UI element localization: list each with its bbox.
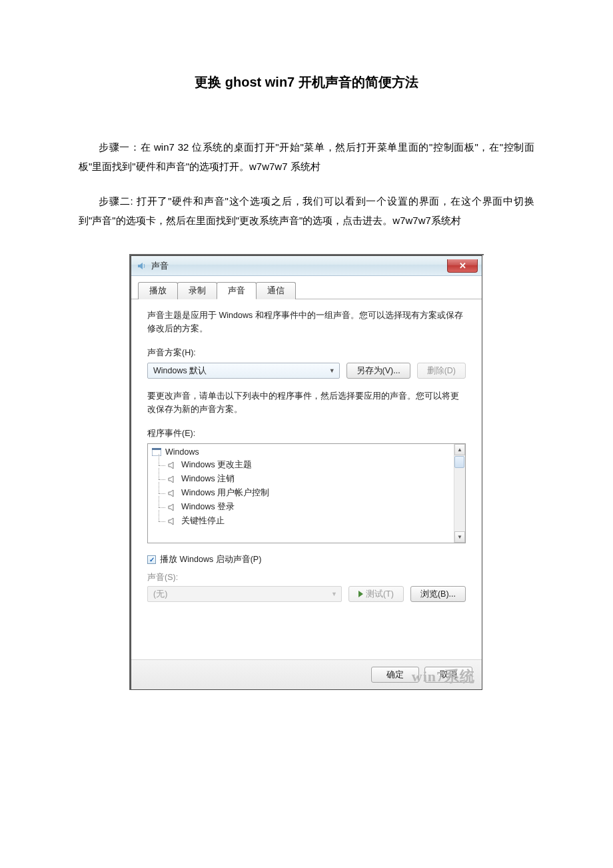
- close-button[interactable]: ✕: [447, 259, 478, 273]
- speaker-icon: [137, 261, 147, 271]
- scheme-select[interactable]: Windows 默认 ▼: [147, 363, 340, 379]
- list-item[interactable]: Windows 更改主题: [151, 458, 462, 472]
- scheme-select-value: Windows 默认: [153, 365, 207, 377]
- browse-button[interactable]: 浏览(B)...: [410, 586, 466, 602]
- paragraph-2: 步骤二: 打开了"硬件和声音"这个选项之后，我们可以看到一个设置的界面，在这个界…: [79, 192, 534, 230]
- scroll-down-button[interactable]: ▼: [454, 531, 465, 543]
- tab-playback[interactable]: 播放: [138, 282, 178, 299]
- sound-event-icon: [168, 461, 177, 469]
- events-description: 要更改声音，请单击以下列表中的程序事件，然后选择要应用的声音。您可以将更改保存为…: [147, 389, 466, 416]
- chevron-down-icon: ▼: [331, 591, 337, 597]
- scheme-description: 声音主题是应用于 Windows 和程序事件中的一组声音。您可以选择现有方案或保…: [147, 309, 466, 335]
- test-button: 测试(T): [348, 586, 404, 602]
- scroll-up-button[interactable]: ▲: [454, 444, 465, 455]
- list-item[interactable]: 关键性停止: [151, 514, 462, 528]
- cancel-button[interactable]: 取消: [424, 667, 472, 683]
- sound-select: (无) ▼: [147, 586, 342, 602]
- events-label: 程序事件(E):: [147, 428, 466, 439]
- play-startup-label: 播放 Windows 启动声音(P): [160, 554, 261, 565]
- play-icon: [358, 591, 363, 597]
- save-as-button[interactable]: 另存为(V)...: [346, 363, 410, 379]
- program-events-list[interactable]: Windows Windows 更改主题 Windows 注销: [147, 443, 466, 543]
- sound-dialog-screenshot: 声音 ✕ 播放 录制 声音 通信 声音主题是应用于 Windows 和程序事件中…: [129, 254, 484, 690]
- list-item[interactable]: Windows 登录: [151, 500, 462, 514]
- paragraph-1: 步骤一：在 win7 32 位系统的桌面打开"开始"菜单，然后打开菜单里面的"控…: [79, 138, 534, 176]
- list-item-root[interactable]: Windows: [151, 446, 462, 458]
- scheme-label: 声音方案(H):: [147, 347, 466, 359]
- scrollbar[interactable]: ▲ ▼: [454, 444, 465, 543]
- sound-event-icon: [168, 475, 177, 483]
- delete-button: 删除(D): [417, 363, 466, 379]
- play-startup-checkbox[interactable]: ✓: [147, 555, 156, 564]
- svg-rect-1: [152, 448, 161, 450]
- list-item[interactable]: Windows 注销: [151, 472, 462, 486]
- tab-communications[interactable]: 通信: [256, 282, 296, 299]
- tab-recording[interactable]: 录制: [177, 282, 217, 299]
- list-item[interactable]: Windows 用户帐户控制: [151, 486, 462, 500]
- close-icon: ✕: [459, 261, 466, 271]
- dialog-button-row: 确定 取消 win7系统: [131, 659, 482, 689]
- sound-label: 声音(S):: [147, 572, 466, 583]
- sound-event-icon: [168, 489, 177, 497]
- sound-event-icon: [168, 517, 177, 525]
- ok-button[interactable]: 确定: [371, 667, 419, 683]
- sound-select-value: (无): [153, 589, 167, 600]
- scroll-thumb[interactable]: [454, 456, 464, 468]
- tab-strip: 播放 录制 声音 通信: [131, 276, 482, 299]
- doc-title: 更换 ghost win7 开机声音的简便方法: [79, 73, 534, 91]
- dialog-title: 声音: [151, 260, 169, 272]
- chevron-down-icon: ▼: [329, 367, 335, 374]
- tab-sounds[interactable]: 声音: [217, 282, 257, 299]
- sound-event-icon: [168, 503, 177, 511]
- titlebar: 声音 ✕: [131, 256, 482, 276]
